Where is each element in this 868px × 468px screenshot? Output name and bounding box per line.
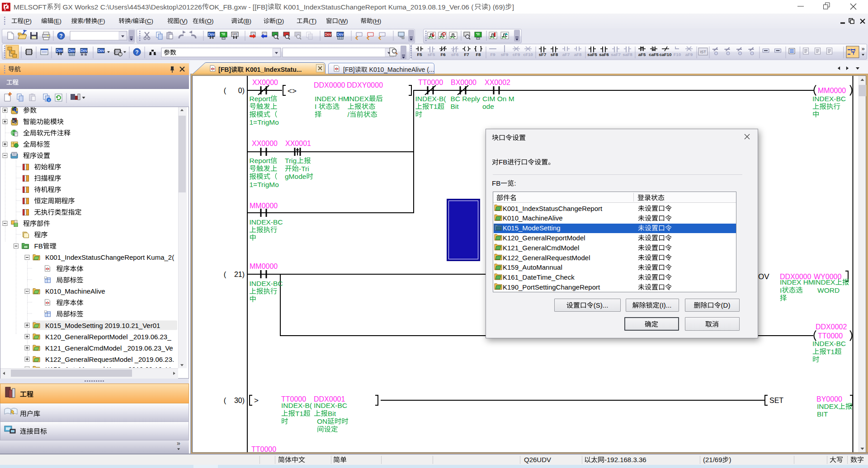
svg-text:[FB]: [FB]	[218, 66, 231, 73]
svg-text:K015_ModeSetting 2019.10.21_Ve: K015_ModeSetting 2019.10.21_Ver01	[45, 322, 160, 329]
svg-text:saF5: saF5	[587, 52, 597, 57]
svg-text:K001_IndexStatu...: K001_IndexStatu...	[244, 66, 302, 73]
svg-text:saF8: saF8	[623, 52, 632, 57]
svg-text:(H): (H)	[373, 18, 382, 24]
svg-text:(P): (P)	[24, 18, 32, 24]
svg-text:»: »	[861, 45, 864, 52]
svg-text:(I)...: (I)...	[660, 301, 672, 309]
svg-text:(O): (O)	[205, 18, 214, 24]
svg-text:Dev: Dev	[325, 32, 332, 37]
svg-text:K010_MachineAlive: K010_MachineAlive	[503, 214, 563, 222]
svg-text:/: /	[84, 18, 85, 24]
svg-text:Q26UDV: Q26UDV	[524, 456, 551, 463]
svg-text:FB: FB	[34, 242, 43, 250]
svg-text:/: /	[131, 18, 133, 24]
svg-text:K001_IndexStatusChangeReport K: K001_IndexStatusChangeReport Kuma_2(	[45, 253, 174, 261]
svg-text:Dev: Dev	[337, 32, 344, 37]
svg-text:sF9: sF9	[501, 52, 508, 57]
svg-text:sF5: sF5	[428, 52, 435, 57]
svg-text:FB: FB	[499, 158, 507, 166]
svg-text:(F): (F)	[97, 18, 105, 24]
svg-text:K001_IndexStatusChangeReport: K001_IndexStatusChangeReport	[503, 205, 603, 212]
svg-text:(W): (W)	[338, 18, 348, 24]
svg-text:(C): (C)	[145, 18, 153, 24]
svg-text:F10: F10	[674, 52, 681, 57]
svg-text:OK_FB.gxw - [[FB]: OK_FB.gxw - [[FB]	[209, 3, 267, 11]
svg-text:[FB]: [FB]	[343, 66, 355, 73]
svg-text:(T): (T)	[309, 18, 316, 24]
svg-text:Dev: Dev	[80, 48, 88, 53]
svg-text:F9: F9	[491, 52, 495, 57]
svg-text:(S)...: (S)...	[594, 301, 609, 309]
svg-text:K010_MachineAlive (...: K010_MachineAlive (...	[368, 66, 434, 73]
svg-text:Dev: Dev	[68, 48, 75, 53]
svg-text:cF10: cF10	[523, 52, 533, 57]
svg-text:GX Works2 C:\Users\44543\Deskt: GX Works2 C:\Users\44543\Desktop\201226	[61, 3, 202, 11]
svg-text:K190_PortSettingChangeReport: K190_PortSettingChangeReport	[503, 283, 600, 291]
svg-text:Dev: Dev	[208, 32, 215, 37]
svg-text:-192.168.3.36: -192.168.3.36	[604, 456, 646, 463]
svg-text:F5: F5	[417, 52, 423, 57]
svg-text:(V): (V)	[179, 18, 188, 24]
svg-text:?: ?	[59, 33, 62, 39]
svg-text:K159_AutoMannual Kuma_2019.09.: K159_AutoMannual Kuma_2019.09.10_V	[45, 365, 170, 373]
svg-text:MELSOFT: MELSOFT	[14, 3, 47, 11]
svg-text:F6: F6	[441, 52, 446, 57]
svg-text:K161_DateTime_Check: K161_DateTime_Check	[503, 273, 575, 281]
svg-text:(D): (D)	[721, 301, 731, 309]
svg-text:K122_GeneralRequestModel _2019: K122_GeneralRequestModel _2019.06.23.	[45, 356, 174, 363]
svg-text:(D): (D)	[276, 18, 284, 24]
svg-text:aF5: aF5	[638, 52, 646, 57]
svg-text:sF6: sF6	[451, 52, 458, 57]
svg-text:) (69): ) (69)	[488, 3, 505, 11]
svg-text:caF5: caF5	[649, 52, 659, 57]
svg-text:cF9: cF9	[513, 52, 520, 57]
svg-text:aF9: aF9	[685, 52, 693, 57]
svg-text:K122_GeneralRequestModel: K122_GeneralRequestModel	[503, 254, 590, 262]
svg-text:): )	[729, 456, 731, 463]
svg-text:Dev: Dev	[98, 48, 105, 53]
svg-text:?: ?	[135, 49, 138, 56]
svg-text:sF7: sF7	[539, 52, 546, 57]
svg-text:aF7: aF7	[562, 52, 570, 57]
svg-text:K010_MachineAlive: K010_MachineAlive	[45, 287, 105, 295]
svg-text:saF6: saF6	[599, 52, 609, 57]
svg-text:IST: IST	[700, 50, 706, 54]
svg-text:saF7: saF7	[611, 52, 621, 57]
svg-text:aF8: aF8	[574, 52, 581, 57]
svg-text::: :	[514, 179, 516, 187]
svg-text:i: i	[48, 98, 49, 102]
svg-text:F8: F8	[476, 52, 481, 57]
svg-text:K121_GeneralCmdModel: K121_GeneralCmdModel	[503, 244, 579, 252]
svg-text:]: ]	[512, 3, 514, 11]
svg-text:(21/69: (21/69	[703, 456, 722, 463]
svg-text:(B): (B)	[243, 18, 251, 24]
svg-text:F7: F7	[464, 52, 469, 57]
svg-text:K015_ModeSetting: K015_ModeSetting	[503, 224, 561, 232]
svg-text:caF10: caF10	[660, 52, 672, 57]
svg-text:Dev: Dev	[56, 48, 63, 53]
svg-text:HX: HX	[232, 32, 237, 36]
svg-text:K001_IndexStatusChangeReport K: K001_IndexStatusChangeReport Kuma_2019.0…	[282, 3, 474, 11]
svg-text:K121_GeneralCmdModel _2019.06.: K121_GeneralCmdModel _2019.06.23_Ve	[45, 344, 173, 352]
svg-text:sF8: sF8	[551, 52, 558, 57]
svg-text:K120_GeneralReportModel: K120_GeneralReportModel	[503, 234, 585, 242]
svg-text:»: »	[177, 440, 180, 447]
svg-text:K159_AutoMannual: K159_AutoMannual	[503, 263, 562, 271]
svg-text:FB: FB	[492, 179, 500, 187]
svg-text:K120_GeneralReportModel _2019.: K120_GeneralReportModel _2019.06.23_	[45, 333, 171, 341]
svg-text:(E): (E)	[53, 18, 61, 24]
